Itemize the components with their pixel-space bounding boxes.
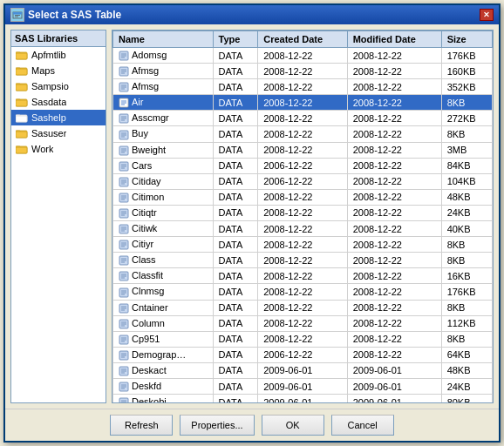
- cell-modified: 2008-12-22: [347, 79, 441, 95]
- table-row[interactable]: ClassfitDATA2008-12-222008-12-2216KB: [113, 268, 493, 284]
- folder-icon: [15, 80, 29, 92]
- cell-name: Afmsg: [113, 79, 214, 95]
- sidebar-item-sasdata[interactable]: Sasdata: [11, 94, 106, 110]
- table-row[interactable]: BweightDATA2008-12-222008-12-223MB: [113, 142, 493, 158]
- svg-rect-15: [16, 100, 27, 106]
- cell-size: 8KB: [441, 95, 492, 111]
- cell-size: 8KB: [441, 253, 492, 268]
- cell-modified: 2008-12-22: [347, 331, 441, 347]
- sidebar-item-work[interactable]: Work: [11, 141, 106, 157]
- cell-name: Citiwk: [113, 221, 214, 237]
- cell-name: Afmsg: [113, 64, 214, 79]
- cell-name: Column: [113, 315, 214, 331]
- table-row[interactable]: CarsDATA2006-12-222008-12-2284KB: [113, 158, 493, 173]
- cell-modified: 2009-06-01: [347, 395, 441, 402]
- cell-size: 8KB: [441, 126, 492, 142]
- cell-name: Citiday: [113, 173, 214, 189]
- table-row[interactable]: ClnmsgDATA2008-12-222008-12-22176KB: [113, 284, 493, 300]
- properties-button[interactable]: Properties...: [180, 415, 254, 436]
- close-button[interactable]: ✕: [480, 9, 494, 21]
- cell-name: Air: [113, 95, 214, 111]
- cell-created: 2008-12-22: [258, 142, 348, 158]
- cell-type: DATA: [213, 142, 258, 158]
- sidebar-item-label: Sasdata: [31, 97, 66, 107]
- content-area: SAS Libraries Apfmtlib Maps Sampsio Sasd…: [5, 24, 499, 409]
- folder-icon: [15, 64, 29, 77]
- cell-created: 2008-12-22: [258, 126, 348, 142]
- cell-created: 2008-12-22: [258, 237, 348, 253]
- table-row[interactable]: AfmsgDATA2008-12-222008-12-22160KB: [113, 64, 493, 79]
- svg-rect-24: [16, 147, 27, 153]
- sidebar-item-apfmtlib[interactable]: Apfmtlib: [11, 47, 106, 63]
- refresh-button[interactable]: Refresh: [110, 415, 173, 436]
- cell-created: 2008-12-22: [258, 64, 348, 79]
- table-header-row: Name Type Created Date Modified Date Siz…: [113, 31, 493, 48]
- col-header-type[interactable]: Type: [213, 31, 258, 48]
- cell-size: 160KB: [441, 64, 492, 79]
- table-row[interactable]: DeskobjDATA2009-06-012009-06-0180KB: [113, 395, 493, 402]
- cell-size: 272KB: [441, 111, 492, 126]
- cell-modified: 2008-12-22: [347, 95, 441, 111]
- table-row[interactable]: ClassDATA2008-12-222008-12-228KB: [113, 253, 493, 268]
- cell-size: 64KB: [441, 347, 492, 362]
- cell-type: DATA: [213, 347, 258, 362]
- col-header-modified[interactable]: Modified Date: [347, 31, 441, 48]
- cell-size: 176KB: [441, 284, 492, 300]
- table-row[interactable]: Demograp…DATA2006-12-222008-12-2264KB: [113, 347, 493, 362]
- cell-modified: 2008-12-22: [347, 158, 441, 173]
- col-header-created[interactable]: Created Date: [258, 31, 348, 48]
- table-row[interactable]: CitidayDATA2006-12-222008-12-22104KB: [113, 173, 493, 189]
- cell-modified: 2008-12-22: [347, 237, 441, 253]
- table-row[interactable]: CitimonDATA2008-12-222008-12-2248KB: [113, 189, 493, 205]
- table-row[interactable]: AdomsgDATA2008-12-222008-12-22176KB: [113, 48, 493, 64]
- cell-size: 24KB: [441, 205, 492, 220]
- table-row[interactable]: Cp951DATA2008-12-222008-12-228KB: [113, 331, 493, 347]
- sidebar-item-sashelp[interactable]: Sashelp: [11, 110, 106, 125]
- sidebar-item-sampsio[interactable]: Sampsio: [11, 78, 106, 94]
- cell-modified: 2008-12-22: [347, 205, 441, 220]
- cell-type: DATA: [213, 378, 258, 394]
- sidebar-item-sasuser[interactable]: Sasuser: [11, 125, 106, 141]
- title-bar-left: Select a SAS Table: [10, 8, 121, 22]
- cell-type: DATA: [213, 237, 258, 253]
- cell-name: Cp951: [113, 331, 214, 347]
- table-row[interactable]: AsscmgrDATA2008-12-222008-12-22272KB: [113, 111, 493, 126]
- cell-type: DATA: [213, 64, 258, 79]
- table-row[interactable]: CitiqtrDATA2008-12-222008-12-2224KB: [113, 205, 493, 220]
- svg-rect-6: [16, 53, 27, 59]
- table-row[interactable]: CitiyrDATA2008-12-222008-12-228KB: [113, 237, 493, 253]
- table-container[interactable]: Name Type Created Date Modified Date Siz…: [112, 30, 493, 402]
- sidebar-item-maps[interactable]: Maps: [11, 63, 106, 78]
- cancel-button[interactable]: Cancel: [331, 415, 394, 436]
- table-row[interactable]: DeskactDATA2009-06-012009-06-0148KB: [113, 362, 493, 378]
- sidebar: SAS Libraries Apfmtlib Maps Sampsio Sasd…: [10, 30, 106, 403]
- sidebar-item-label: Maps: [31, 65, 55, 76]
- cell-created: 2009-06-01: [258, 378, 348, 394]
- table-row[interactable]: DeskfdDATA2009-06-012009-06-0124KB: [113, 378, 493, 394]
- col-header-size[interactable]: Size: [441, 31, 492, 48]
- cell-created: 2008-12-22: [258, 189, 348, 205]
- cell-modified: 2008-12-22: [347, 221, 441, 237]
- cell-size: 8KB: [441, 331, 492, 347]
- cell-modified: 2008-12-22: [347, 315, 441, 331]
- table-body: AdomsgDATA2008-12-222008-12-22176KB Afms…: [113, 48, 493, 403]
- cell-modified: 2009-06-01: [347, 378, 441, 394]
- cell-created: 2008-12-22: [258, 300, 348, 315]
- table-row[interactable]: AfmsgDATA2008-12-222008-12-22352KB: [113, 79, 493, 95]
- table-row[interactable]: AirDATA2008-12-222008-12-228KB: [113, 95, 493, 111]
- cell-modified: 2008-12-22: [347, 142, 441, 158]
- col-header-name[interactable]: Name: [113, 31, 214, 48]
- cell-created: 2006-12-22: [258, 173, 348, 189]
- table-row[interactable]: CntainerDATA2008-12-222008-12-228KB: [113, 300, 493, 315]
- table-row[interactable]: CitiwkDATA2008-12-222008-12-2240KB: [113, 221, 493, 237]
- ok-button[interactable]: OK: [262, 415, 324, 436]
- cell-modified: 2008-12-22: [347, 284, 441, 300]
- cell-size: 24KB: [441, 378, 492, 394]
- table-row[interactable]: BuyDATA2008-12-222008-12-228KB: [113, 126, 493, 142]
- table-row[interactable]: ColumnDATA2008-12-222008-12-22112KB: [113, 315, 493, 331]
- cell-size: 104KB: [441, 173, 492, 189]
- cell-name: Citiqtr: [113, 205, 214, 220]
- sidebar-item-label: Sasuser: [31, 128, 66, 139]
- cell-type: DATA: [213, 315, 258, 331]
- data-table: Name Type Created Date Modified Date Siz…: [112, 30, 493, 402]
